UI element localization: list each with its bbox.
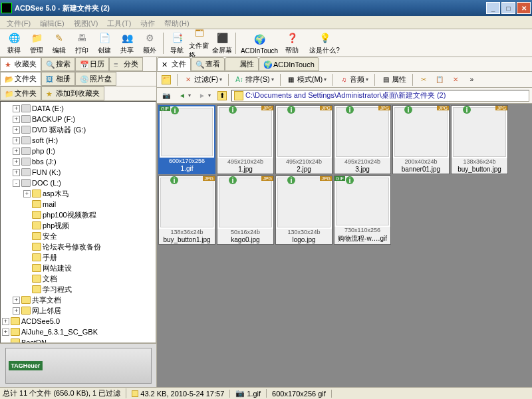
toolbar-额外[interactable]: ⚙额外 <box>138 30 161 56</box>
tree-row[interactable]: php视频 <box>2 220 154 231</box>
right-pane: ✕文件🔍查看属性🌍ACDInTouch 📁 ✕过滤(F)▾ A↕排序(S)▾ ▦… <box>157 57 532 387</box>
toolbar-ACDInTouch[interactable]: 🌍ACDInTouch <box>238 31 281 55</box>
path-input[interactable]: C:\Documents and Settings\Administrator\… <box>231 90 529 102</box>
toolbar-管理[interactable]: 📁管理 <box>25 30 48 56</box>
filter-menu[interactable]: ✕过滤(F)▾ <box>182 73 224 86</box>
thumbnail[interactable]: JPGi130x30x24blogo.jpg <box>275 176 332 245</box>
toolbar-导航[interactable]: 📑导航 <box>166 30 188 56</box>
close-button[interactable]: ✕ <box>517 2 531 14</box>
toolbar-创建[interactable]: 📄创建 <box>93 30 116 56</box>
lt1-tab-0[interactable]: ★收藏夹 <box>0 57 41 71</box>
expand-icon[interactable]: + <box>13 116 20 123</box>
minimize-button[interactable]: _ <box>486 2 500 14</box>
toolbar-文件窗格[interactable]: 🗔文件窗格 <box>188 25 211 61</box>
menu-1[interactable]: 编辑(E) <box>36 17 68 27</box>
lt3-tab-0[interactable]: 📁文件夹 <box>0 86 41 100</box>
thumbnail-grid[interactable]: GIFi600x170x2561.gifJPGi495x210x24b1.jpg… <box>157 104 532 387</box>
thumbnail[interactable]: JPGi50x16x24bkago0.jpg <box>217 176 274 245</box>
mode-menu[interactable]: ▦模式(M)▾ <box>285 73 329 86</box>
tree-row[interactable]: +网上邻居 <box>2 305 154 316</box>
thumbnail[interactable]: JPGi495x210x24b1.jpg <box>217 105 274 174</box>
expand-icon[interactable]: + <box>23 190 31 198</box>
thumbnail[interactable]: JPGi138x36x24bbuy_button1.jpg <box>158 176 215 245</box>
tree-row[interactable]: +DATA (E:) <box>2 103 154 114</box>
thumbnail[interactable]: JPGi138x36x24bbuy_button.jpg <box>451 105 508 174</box>
tree-row[interactable]: +bbs (J:) <box>2 156 154 167</box>
tree-row[interactable]: mail <box>2 199 154 209</box>
rtabs-tab-3[interactable]: 🌍ACDInTouch <box>259 57 319 71</box>
thumbnail[interactable]: JPGi495x210x24b3.jpg <box>334 105 391 174</box>
tree-row[interactable]: BestDN <box>2 337 154 343</box>
tree-row[interactable]: +FUN (K:) <box>2 167 154 178</box>
lt3-tab-1[interactable]: ★添加到收藏夹 <box>41 86 104 100</box>
expand-icon[interactable]: + <box>13 307 20 315</box>
tree-row[interactable]: php100视频教程 <box>2 209 154 220</box>
lt1-tab-1[interactable]: 🔍搜索 <box>41 57 75 71</box>
tree-row[interactable]: 网站建设 <box>2 263 154 273</box>
tree-row[interactable]: -DOC (L:) <box>2 178 154 188</box>
toolbar-这是什么?[interactable]: 💡这是什么? <box>303 30 346 56</box>
expand-icon[interactable]: - <box>13 180 20 187</box>
chevron-button[interactable]: » <box>465 74 478 86</box>
expand-icon[interactable]: + <box>13 105 20 112</box>
menu-3[interactable]: 工具(T) <box>103 17 135 27</box>
tree-row[interactable]: +asp木马 <box>2 188 154 199</box>
toolbar-编辑[interactable]: ✎编辑 <box>48 30 70 56</box>
expand-icon[interactable]: + <box>13 126 20 134</box>
thumbnail[interactable]: GIFi730x110x256购物流程-w….gif <box>334 176 391 245</box>
lt2-tab-1[interactable]: 🖼相册 <box>41 72 75 86</box>
toolbar-打印[interactable]: 🖶打印 <box>70 30 93 56</box>
lt1-tab-3[interactable]: ≡分类 <box>109 57 143 71</box>
camera-icon[interactable]: 📷 <box>160 90 173 102</box>
toolbar-帮助[interactable]: ❓帮助 <box>281 30 303 56</box>
lt2-tab-0[interactable]: 📂文件夹 <box>0 72 41 86</box>
thumbnail[interactable]: JPGi200x40x24bbanner01.jpg <box>392 105 450 174</box>
maximize-button[interactable]: □ <box>501 2 515 14</box>
tree-row[interactable]: 手册 <box>2 252 154 263</box>
expand-icon[interactable]: + <box>2 318 9 325</box>
filter-toolbar: 📁 ✕过滤(F)▾ A↕排序(S)▾ ▦模式(M)▾ ♫音频▾ ▤属性 ✂ 📋 … <box>157 72 532 88</box>
edit-button-2[interactable]: 📋 <box>433 74 446 86</box>
expand-icon[interactable]: + <box>13 158 20 166</box>
forward-button[interactable]: ►▾ <box>196 90 213 102</box>
tree-row[interactable]: +AiJuhe_6.3.1_SC_GBK <box>2 327 154 337</box>
menu-0[interactable]: 文件(F) <box>3 17 35 27</box>
expand-icon[interactable]: + <box>2 329 9 336</box>
toolbar-获得[interactable]: 🌐获得 <box>3 30 25 56</box>
tree-row[interactable]: +php (I:) <box>2 146 154 156</box>
toolbar-共享[interactable]: 👥共享 <box>116 30 138 56</box>
delete-button[interactable]: ✕ <box>449 74 462 86</box>
tree-row[interactable]: +DVD 驱动器 (G:) <box>2 124 154 135</box>
lt1-tab-2[interactable]: 📅日历 <box>75 57 109 71</box>
tree-row[interactable]: 安全 <box>2 231 154 241</box>
sort-menu[interactable]: A↕排序(S)▾ <box>233 73 276 86</box>
thumbnail[interactable]: JPGi495x210x24b2.jpg <box>275 105 332 174</box>
tree-row[interactable]: 学习程式 <box>2 284 154 295</box>
tree-row[interactable]: +BACKUP (F:) <box>2 114 154 124</box>
edit-button-1[interactable]: ✂ <box>417 74 430 86</box>
toolbar-全屏幕[interactable]: ⬛全屏幕 <box>211 30 233 56</box>
tree-row[interactable]: 文档 <box>2 273 154 284</box>
menu-4[interactable]: 动作 <box>136 17 159 27</box>
new-folder-button[interactable]: 📁 <box>160 74 173 86</box>
up-button[interactable]: ⬆ <box>215 90 229 102</box>
folder-tree[interactable]: +DATA (E:)+BACKUP (F:)+DVD 驱动器 (G:)+soft… <box>0 101 156 343</box>
thumbnail[interactable]: GIFi600x170x2561.gif <box>158 105 215 174</box>
rtabs-tab-2[interactable]: 属性 <box>225 57 259 71</box>
back-button[interactable]: ◄▾ <box>176 90 193 102</box>
expand-icon[interactable]: + <box>13 169 20 176</box>
folder-icon <box>32 190 41 198</box>
lt2-tab-2[interactable]: 💿照片盘 <box>75 72 116 86</box>
properties-button[interactable]: ▤属性 <box>379 73 408 86</box>
audio-menu[interactable]: ♫音频▾ <box>337 73 370 86</box>
tree-row[interactable]: +共享文档 <box>2 295 154 305</box>
menu-2[interactable]: 视图(V) <box>70 17 102 27</box>
tree-row[interactable]: +ACDSee5.0 <box>2 316 154 327</box>
tree-row[interactable]: +soft (H:) <box>2 135 154 146</box>
tree-row[interactable]: 论坛表号修改备份 <box>2 241 154 252</box>
expand-icon[interactable]: + <box>13 297 20 304</box>
expand-icon[interactable]: + <box>13 148 20 155</box>
rtabs-tab-0[interactable]: ✕文件 <box>157 57 191 71</box>
expand-icon[interactable]: + <box>13 137 20 144</box>
rtabs-tab-1[interactable]: 🔍查看 <box>191 57 225 71</box>
